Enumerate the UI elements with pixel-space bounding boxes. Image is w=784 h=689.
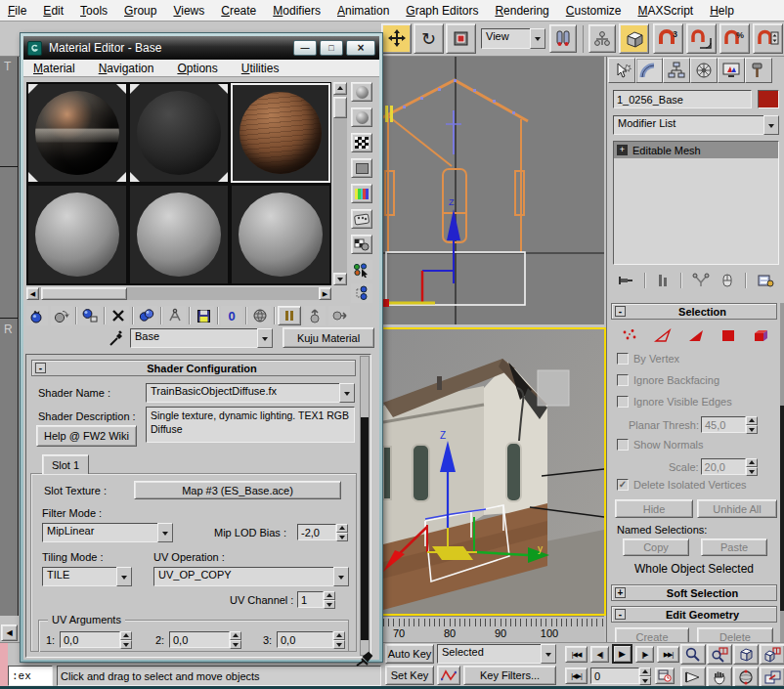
planar-thresh-spinner[interactable]	[746, 416, 758, 433]
stack-item-editable-mesh[interactable]: + Editable Mesh	[614, 142, 778, 158]
modifier-stack-list[interactable]: + Editable Mesh	[613, 141, 779, 265]
key-filters-button[interactable]: Key Filters...	[463, 666, 556, 685]
filter-mode-dropdown[interactable]: MipLinear	[42, 523, 173, 542]
command-panel-scrollbar[interactable]	[780, 303, 784, 642]
assign-material-button[interactable]	[79, 306, 101, 325]
sample-hscroll-thumb[interactable]	[41, 287, 127, 300]
set-key-button[interactable]: Set Key	[385, 666, 434, 685]
go-to-end-button[interactable]: ▶▶|	[657, 646, 679, 663]
spinner-snap-button[interactable]	[753, 23, 783, 54]
material-editor-options-button[interactable]	[351, 235, 372, 254]
left-viewport-sliver[interactable]: T R	[0, 57, 19, 616]
uv-channel-spinner[interactable]	[324, 591, 335, 608]
mip-lod-bias-spinner[interactable]	[336, 524, 348, 540]
backlight-button[interactable]	[351, 108, 372, 127]
tab-hierarchy[interactable]	[663, 58, 690, 83]
pick-material-from-object-button[interactable]	[107, 328, 126, 348]
go-forward-sibling-button[interactable]	[328, 306, 350, 325]
uv-arg-2-spinner[interactable]	[230, 631, 241, 648]
zoom-button[interactable]	[680, 644, 706, 665]
configure-modifier-sets-icon[interactable]	[757, 273, 774, 288]
mini-listener-pink[interactable]	[0, 643, 8, 686]
put-to-library-button[interactable]	[193, 306, 214, 325]
planar-thresh-field[interactable]: 45,0	[701, 416, 746, 433]
maximize-button[interactable]: □	[320, 40, 343, 56]
frame-spinner[interactable]	[639, 667, 651, 684]
minimize-button[interactable]: —	[293, 40, 317, 56]
next-frame-button[interactable]: ||▶	[635, 646, 654, 663]
select-scale-button[interactable]	[446, 23, 476, 54]
delete-button[interactable]: Delete	[697, 627, 773, 642]
use-pivot-center-button[interactable]	[549, 24, 577, 53]
menu-options[interactable]: Options	[177, 59, 217, 78]
rollout-scroll-thumb[interactable]	[361, 417, 369, 640]
sample-horizontal-scrollbar[interactable]: ◀ ▶	[26, 287, 331, 300]
uv-arg-1-spinner[interactable]	[120, 631, 132, 648]
reference-coordsys-dropdown[interactable]: View	[481, 28, 545, 49]
select-manipulate-button[interactable]	[588, 24, 616, 53]
menu-material[interactable]: Material	[33, 59, 75, 78]
menu-group[interactable]: Group	[124, 1, 156, 21]
uv-arg-2-field[interactable]: 0,0	[169, 631, 230, 648]
video-color-check-button[interactable]	[351, 184, 372, 203]
percent-snap-button[interactable]: %	[719, 23, 750, 54]
material-slot-1[interactable]	[27, 83, 127, 183]
hide-button[interactable]: Hide	[615, 499, 693, 518]
tab-motion[interactable]	[690, 58, 718, 83]
maxscript-mini-listener[interactable]: :ex	[8, 666, 53, 686]
soft-selection-rollout-header[interactable]: +Soft Selection	[611, 584, 777, 601]
edit-geometry-rollout-header[interactable]: -Edit Geometry	[611, 606, 777, 623]
dialog-title-bar[interactable]: Material Editor - Base — □ ×	[23, 36, 379, 60]
uv-arg-3-field[interactable]: 0,0	[277, 631, 333, 648]
put-material-to-scene-button[interactable]	[51, 306, 72, 325]
subobject-vertex-icon[interactable]	[621, 328, 638, 343]
key-mode-toggle-button[interactable]: |◀▶|	[565, 667, 588, 684]
material-type-button[interactable]: Kuju Material	[283, 327, 374, 348]
paste-button[interactable]: Paste	[701, 538, 767, 556]
selection-rollout-header[interactable]: - Selection	[611, 303, 777, 320]
subobject-element-icon[interactable]	[752, 328, 769, 343]
subobject-face-icon[interactable]	[687, 328, 705, 343]
min-max-toggle-button[interactable]	[760, 667, 784, 687]
select-rotate-button[interactable]: ↻	[414, 23, 444, 54]
copy-button[interactable]: Copy	[623, 538, 689, 556]
select-move-button[interactable]	[381, 23, 412, 54]
pin-stack-icon[interactable]	[618, 273, 633, 288]
object-color-swatch[interactable]	[758, 90, 779, 108]
scale-field[interactable]: 20,0	[701, 458, 746, 475]
reset-material-button[interactable]	[108, 306, 129, 325]
background-button[interactable]	[351, 133, 372, 152]
sample-scroll-thumb[interactable]	[333, 97, 347, 118]
menu-create[interactable]: Create	[221, 1, 256, 21]
menu-modifiers[interactable]: Modifiers	[273, 1, 321, 21]
tab-create[interactable]	[608, 58, 635, 83]
menu-help[interactable]: Help	[710, 1, 734, 21]
show-map-in-viewport-button[interactable]	[249, 306, 271, 325]
zoom-extents-button[interactable]	[733, 644, 759, 665]
menu-maxscript[interactable]: MAXScript	[638, 1, 694, 21]
uv-arg-3-spinner[interactable]	[333, 631, 345, 648]
material-slot-4[interactable]	[27, 185, 127, 284]
ignore-visible-edges-checkbox[interactable]: Ignore Visible Edges	[617, 396, 732, 408]
menu-file[interactable]: File	[8, 1, 26, 21]
pan-button[interactable]	[707, 667, 732, 687]
make-unique-icon[interactable]	[692, 273, 710, 288]
scrollbar-thumb[interactable]	[780, 406, 784, 611]
make-preview-button[interactable]	[351, 209, 372, 229]
close-button[interactable]: ×	[346, 40, 375, 56]
sample-uv-tiling-button[interactable]	[351, 158, 372, 178]
zoom-extents-all-button[interactable]	[760, 644, 784, 665]
menu-edit[interactable]: Edit	[43, 1, 64, 21]
object-name-field[interactable]: 1_0256_Base	[613, 90, 752, 108]
timeline-track-bar[interactable]: 70 80 90 100	[383, 616, 604, 642]
menu-navigation[interactable]: Navigation	[99, 59, 154, 78]
show-normals-checkbox[interactable]: Show Normals	[617, 439, 704, 451]
menu-graph-editors[interactable]: Graph Editors	[406, 1, 478, 21]
material-slot-5[interactable]	[129, 185, 229, 284]
delete-isolated-checkbox[interactable]: ✓Delete Isolated Vertices	[617, 479, 747, 491]
uv-operation-dropdown[interactable]: UV_OP_COPY	[153, 567, 349, 586]
default-in-out-tangents-button[interactable]	[437, 666, 460, 685]
by-vertex-checkbox[interactable]: By Vertex	[617, 353, 679, 365]
material-slot-2[interactable]	[129, 83, 229, 183]
go-to-start-button[interactable]: |◀◀	[565, 646, 588, 663]
